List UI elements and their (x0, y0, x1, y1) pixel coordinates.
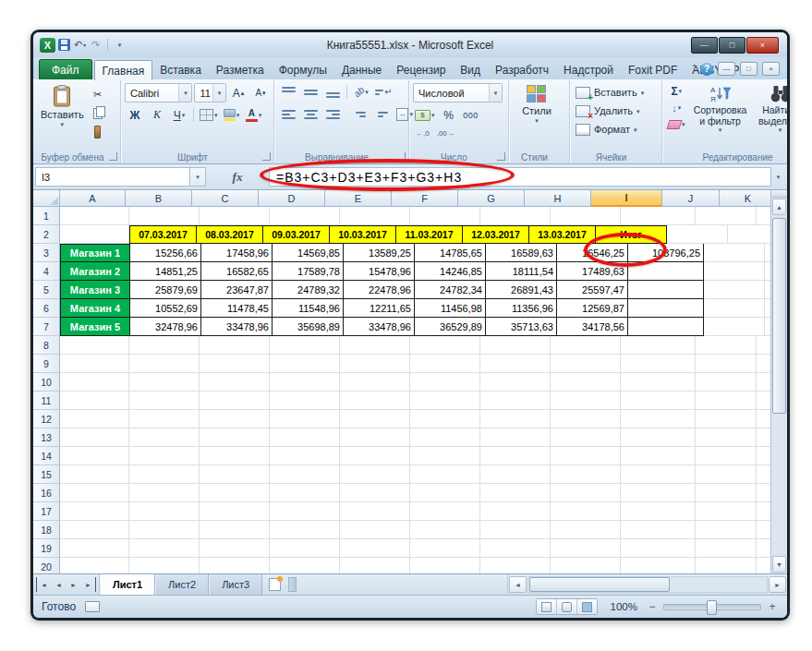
cell-G14[interactable] (480, 447, 551, 465)
cell-K15[interactable] (757, 465, 770, 484)
row-header-13[interactable]: 13 (33, 428, 60, 447)
last-sheet-button[interactable]: ► (81, 577, 96, 592)
cell-F20[interactable] (410, 558, 480, 573)
cell-G13[interactable] (480, 428, 551, 447)
tab-Рецензир[interactable]: Рецензир (389, 60, 453, 79)
tab-Надстрой[interactable]: Надстрой (556, 60, 621, 79)
cell-D14[interactable] (270, 447, 340, 465)
cell-E13[interactable] (340, 428, 410, 447)
row-header-6[interactable]: 6 (33, 299, 60, 318)
borders-button[interactable]: ▾ (198, 106, 220, 124)
align-right-button[interactable] (322, 105, 343, 123)
cell-J19[interactable] (696, 539, 757, 558)
cell-D10[interactable] (270, 373, 340, 392)
cell-C14[interactable] (200, 447, 270, 465)
cell-F11[interactable] (410, 392, 480, 410)
cell-E1[interactable] (340, 207, 410, 225)
styles-button[interactable]: Стили ▾ (513, 83, 561, 126)
cell-J1[interactable] (696, 207, 757, 225)
orientation-button[interactable]: ab▾ (351, 83, 371, 101)
tab-Формулы[interactable]: Формулы (272, 60, 334, 79)
zoom-level[interactable]: 100% (606, 601, 637, 612)
number-format-combo[interactable]: Числовой ▾ (413, 83, 503, 102)
cell-B8[interactable] (129, 336, 200, 355)
align-center-button[interactable] (300, 105, 321, 123)
cell-E3[interactable]: 13589,25 (344, 244, 415, 262)
format-painter-button[interactable] (89, 124, 107, 139)
shrink-font-button[interactable]: А▾ (250, 84, 271, 102)
cell-I8[interactable] (621, 336, 696, 355)
vertical-scrollbar[interactable]: ▲ ▼ (770, 190, 787, 573)
cell-A1[interactable] (60, 207, 129, 225)
cell-H15[interactable] (551, 465, 621, 484)
cell-B18[interactable] (129, 521, 200, 539)
cell-B15[interactable] (129, 465, 200, 484)
insert-cells-button[interactable]: Вставить ▾ (574, 83, 659, 102)
page-layout-view-button[interactable] (557, 599, 577, 614)
cell-D18[interactable] (270, 521, 340, 539)
cell-F8[interactable] (410, 336, 480, 355)
cell-E19[interactable] (340, 539, 410, 558)
sheet-tab-Лист2[interactable]: Лист2 (155, 574, 209, 595)
cell-E5[interactable]: 22478,96 (344, 281, 415, 299)
page-break-view-button[interactable] (577, 599, 597, 614)
cell-B7[interactable]: 32478,96 (130, 318, 201, 336)
cell-D15[interactable] (270, 465, 340, 484)
cell-J14[interactable] (696, 447, 757, 465)
cell-D8[interactable] (270, 336, 340, 355)
copy-button[interactable] (89, 105, 107, 121)
cell-E7[interactable]: 33478,96 (344, 318, 415, 336)
cell-B16[interactable] (129, 484, 200, 502)
cell-G17[interactable] (480, 502, 551, 521)
cell-E8[interactable] (340, 336, 410, 355)
cell-E16[interactable] (340, 484, 410, 502)
cell-H5[interactable]: 25597,47 (557, 281, 628, 299)
cell-H13[interactable] (551, 428, 621, 447)
cell-F12[interactable] (410, 410, 480, 428)
cell-D3[interactable]: 14569,85 (273, 244, 344, 262)
cell-K12[interactable] (757, 410, 770, 428)
decrease-indent-button[interactable] (350, 105, 370, 123)
row-header-5[interactable]: 5 (33, 281, 60, 299)
format-cells-button[interactable]: Формат ▾ (574, 120, 659, 139)
cell-C12[interactable] (200, 410, 270, 428)
split-handle[interactable] (771, 190, 787, 198)
col-header-H[interactable]: H (525, 190, 591, 207)
font-color-button[interactable]: А▾ (244, 106, 264, 124)
cell-I6[interactable] (628, 299, 704, 318)
cell-I19[interactable] (621, 539, 696, 558)
cell-C8[interactable] (200, 336, 270, 355)
cell-D6[interactable]: 11548,96 (273, 299, 344, 318)
workbook-restore-icon[interactable]: □ (740, 62, 757, 76)
dialog-launcher-icon[interactable] (109, 152, 117, 161)
cell-E18[interactable] (340, 521, 410, 539)
cell-B10[interactable] (129, 373, 200, 392)
cell-F1[interactable] (410, 207, 480, 225)
cell-I14[interactable] (621, 447, 696, 465)
cell-J12[interactable] (696, 410, 757, 428)
cell-A8[interactable] (60, 336, 129, 355)
fill-color-button[interactable]: ▾ (222, 106, 242, 124)
cell-H4[interactable]: 17489,63 (557, 262, 628, 281)
cell-I7[interactable] (628, 318, 704, 336)
cell-J5[interactable] (704, 281, 765, 299)
qat-customize-icon[interactable]: ▾ (113, 38, 127, 53)
fill-button[interactable]: ↓▾ (666, 100, 687, 115)
cell-G3[interactable]: 16589,63 (486, 244, 557, 262)
col-header-E[interactable]: E (325, 190, 392, 207)
underline-button[interactable]: Ч▾ (169, 106, 189, 124)
cell-J13[interactable] (696, 428, 757, 447)
cell-H7[interactable]: 34178,56 (557, 318, 628, 336)
accounting-format-button[interactable]: $▾ (413, 106, 437, 124)
cell-F5[interactable]: 24782,34 (415, 281, 486, 299)
cell-J8[interactable] (696, 336, 757, 355)
cell-G4[interactable]: 18111,54 (486, 262, 557, 281)
col-header-F[interactable]: F (392, 190, 458, 207)
sheet-tab-Лист1[interactable]: Лист1 (100, 574, 155, 595)
zoom-track[interactable] (663, 604, 761, 610)
cell-K2[interactable] (728, 225, 770, 244)
redo-icon[interactable]: ↷ (89, 38, 103, 53)
cell-H11[interactable] (551, 392, 621, 410)
comma-style-button[interactable]: 000 (461, 106, 481, 124)
cell-E14[interactable] (340, 447, 410, 465)
